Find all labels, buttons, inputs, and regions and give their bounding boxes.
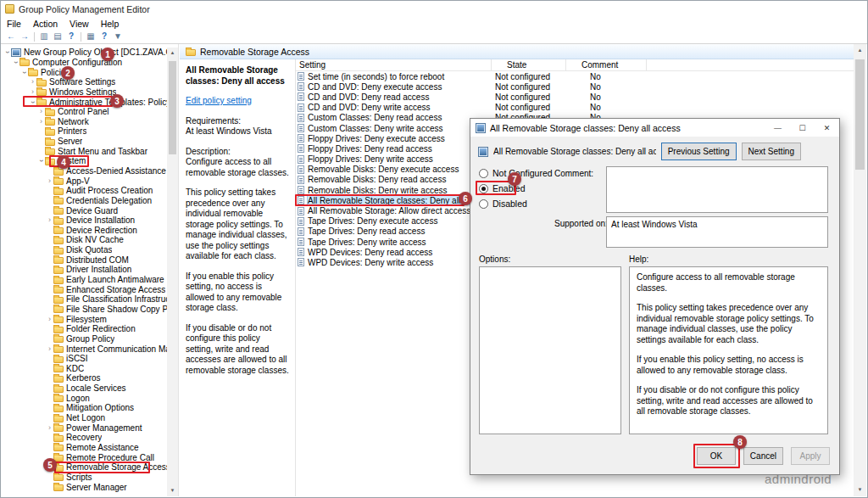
scroll-down-icon[interactable]: ▼ — [854, 484, 866, 496]
chevron-right-icon[interactable]: › — [29, 78, 36, 86]
tree-item[interactable]: ›Administrative Templates: Policy defini… — [1, 97, 178, 107]
chevron-right-icon[interactable]: › — [46, 216, 53, 224]
tree-item[interactable]: Credentials Delegation — [1, 196, 178, 206]
tree-item[interactable]: ›Windows Settings — [1, 87, 178, 98]
tree-item[interactable]: File Classification Infrastructure — [1, 294, 178, 305]
scrollbar-thumb[interactable] — [169, 61, 176, 154]
comment-textarea[interactable] — [606, 166, 828, 213]
setting-row[interactable]: Set time (in seconds) to force rebootNot… — [296, 71, 854, 81]
tree-item[interactable]: Start Menu and Taskbar — [1, 146, 178, 156]
radio-button[interactable] — [479, 184, 488, 193]
tree-item[interactable]: Group Policy — [1, 334, 178, 344]
tree-item[interactable]: Device Guard — [1, 205, 178, 215]
chevron-right-icon[interactable]: › — [46, 345, 53, 353]
scroll-down-icon[interactable]: ▼ — [167, 485, 178, 496]
tree-item[interactable]: Driver Installation — [1, 265, 178, 275]
chevron-right-icon[interactable]: › — [37, 118, 45, 126]
ok-button[interactable]: OK — [697, 447, 736, 465]
tree-item[interactable]: Remote Procedure Call — [1, 452, 178, 462]
menu-file[interactable]: File — [1, 19, 27, 29]
tree-item[interactable]: Recovery — [1, 433, 178, 443]
tree-item[interactable]: Audit Process Creation — [1, 186, 178, 196]
context-help-icon[interactable]: ? — [97, 31, 111, 42]
edit-policy-setting-link[interactable]: Edit policy setting — [186, 96, 289, 107]
tree-item[interactable]: Device Redirection — [1, 226, 178, 236]
tree-item[interactable]: ›Policies — [1, 67, 178, 77]
tree-item[interactable]: Disk Quotas — [1, 245, 178, 255]
tree-item[interactable]: iSCSI — [1, 354, 178, 364]
maximize-icon[interactable]: ☐ — [790, 119, 815, 137]
chevron-right-icon[interactable]: › — [37, 108, 45, 115]
list-scrollbar[interactable]: ▲ ▼ — [854, 44, 866, 496]
minimize-icon[interactable]: — — [765, 119, 790, 137]
tree-item[interactable]: Logon — [1, 393, 178, 403]
export-list-icon[interactable]: ▤ — [51, 31, 64, 42]
tree-item[interactable]: ›Internet Communication Manage — [1, 344, 178, 354]
tree-item[interactable]: Access-Denied Assistance — [1, 166, 178, 176]
radio-button[interactable] — [479, 199, 488, 209]
menu-view[interactable]: View — [64, 19, 95, 29]
setting-row[interactable]: CD and DVD: Deny execute accessNot confi… — [296, 81, 854, 92]
apply-button[interactable]: Apply — [791, 447, 830, 465]
chevron-right-icon[interactable]: › — [46, 177, 53, 185]
setting-row[interactable]: CD and DVD: Deny write accessNot configu… — [296, 103, 854, 113]
tree-item[interactable]: Scripts — [1, 473, 178, 483]
tree-item[interactable]: Disk NV Cache — [1, 235, 178, 245]
chevron-down-icon[interactable]: › — [12, 59, 19, 66]
tree-item[interactable]: ›System — [1, 156, 178, 166]
tree-item[interactable]: Server Manager — [1, 482, 178, 492]
menu-action[interactable]: Action — [27, 19, 64, 29]
tree-item[interactable]: ›Filesystem — [1, 314, 178, 324]
tree-item[interactable]: ›App-V — [1, 176, 178, 186]
filter-icon[interactable]: ▼ — [111, 31, 125, 42]
help-icon[interactable]: ? — [64, 31, 78, 42]
chevron-right-icon[interactable]: › — [46, 424, 53, 432]
scroll-up-icon[interactable]: ▲ — [854, 44, 866, 57]
chevron-down-icon[interactable]: › — [3, 48, 11, 56]
scroll-up-icon[interactable]: ▲ — [167, 48, 178, 59]
menu-help[interactable]: Help — [95, 19, 125, 29]
tree-item[interactable]: Distributed COM — [1, 255, 178, 265]
column-header-setting[interactable]: Setting — [296, 59, 492, 70]
column-header-state[interactable]: State — [492, 59, 566, 70]
scrollbar-thumb[interactable] — [855, 59, 865, 170]
cancel-button[interactable]: Cancel — [743, 447, 783, 465]
tree-item[interactable]: ›Software Settings — [1, 77, 178, 87]
show-console-tree-icon[interactable]: ▥ — [37, 31, 51, 42]
radio-enabled[interactable]: Enabled — [479, 181, 554, 196]
forward-icon[interactable]: → — [18, 31, 31, 42]
chevron-right-icon[interactable]: › — [46, 316, 53, 323]
radio-not-configured[interactable]: Not Configured — [479, 165, 554, 181]
chevron-right-icon[interactable]: › — [29, 88, 36, 96]
tree-item[interactable]: Server — [1, 137, 178, 147]
tree-item[interactable]: Enhanced Storage Access — [1, 284, 178, 294]
tree-item[interactable]: Kerberos — [1, 373, 178, 383]
tree-item[interactable]: Folder Redirection — [1, 324, 178, 334]
tree-item[interactable]: Net Logon — [1, 413, 178, 423]
chevron-down-icon[interactable]: › — [20, 69, 28, 76]
tree-item[interactable]: ›New Group Policy Object [DC1.ZAVA.CONTO… — [1, 48, 178, 58]
tree-item[interactable]: Early Launch Antimalware — [1, 275, 178, 285]
radio-disabled[interactable]: Disabled — [479, 196, 554, 211]
chevron-down-icon[interactable]: › — [37, 157, 45, 165]
tree-item[interactable]: KDC — [1, 364, 178, 374]
radio-button[interactable] — [479, 169, 488, 178]
chevron-down-icon[interactable]: › — [29, 98, 36, 106]
previous-setting-button[interactable]: Previous Setting — [661, 143, 737, 160]
tree-item[interactable]: ›Device Installation — [1, 215, 178, 226]
tree-item[interactable]: ›Network — [1, 116, 178, 126]
tree-item[interactable]: ›Control Panel — [1, 107, 178, 117]
tree-scrollbar[interactable]: ▲ ▼ — [167, 48, 178, 496]
column-header-comment[interactable]: Comment — [566, 59, 647, 70]
next-setting-button[interactable]: Next Setting — [742, 143, 801, 160]
tree-item[interactable]: Removable Storage Access — [1, 462, 178, 473]
setting-row[interactable]: CD and DVD: Deny read accessNot configur… — [296, 92, 854, 102]
tree-item[interactable]: Remote Assistance — [1, 443, 178, 453]
close-icon[interactable]: ✕ — [815, 119, 839, 137]
tree-item[interactable]: Locale Services — [1, 383, 178, 394]
tree-item[interactable]: Printers — [1, 126, 178, 137]
tree-item[interactable]: ›Computer Configuration — [1, 58, 178, 68]
tree-item[interactable]: Mitigation Options — [1, 403, 178, 413]
back-icon[interactable]: ← — [4, 31, 18, 42]
tree-item[interactable]: File Share Shadow Copy Provider — [1, 305, 178, 315]
